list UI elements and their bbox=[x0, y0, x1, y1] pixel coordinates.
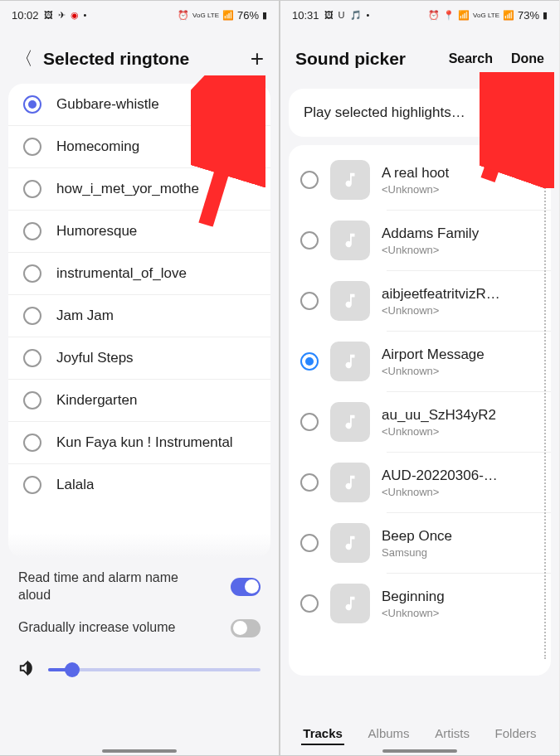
ringtone-item[interactable]: Joyful Steps bbox=[8, 337, 270, 380]
sound-artist: <Unknown> bbox=[382, 607, 539, 619]
sound-artist: <Unknown> bbox=[382, 183, 539, 196]
sound-artist: <Unknown> bbox=[382, 425, 539, 438]
play-highlights-label: Play selected highlights… bbox=[304, 104, 498, 121]
ringtone-item[interactable]: Jam Jam bbox=[8, 295, 270, 337]
read-aloud-toggle[interactable] bbox=[231, 578, 261, 596]
status-time: 10:02 bbox=[12, 9, 39, 22]
music-note-icon bbox=[330, 402, 370, 442]
battery-icon: ▮ bbox=[262, 10, 267, 21]
ringtone-item[interactable]: Homecoming bbox=[8, 126, 270, 168]
tab-albums[interactable]: Albums bbox=[367, 723, 411, 745]
sound-item[interactable]: Airport Message<Unknown> bbox=[289, 332, 551, 391]
radio-button[interactable] bbox=[300, 473, 319, 492]
signal-icon: 📶 bbox=[503, 10, 514, 21]
gradual-volume-label: Gradually increase volume bbox=[18, 619, 175, 637]
radio-button[interactable] bbox=[300, 413, 319, 431]
sound-item[interactable]: Addams Family<Unknown> bbox=[289, 211, 551, 270]
ringtone-label: Jam Jam bbox=[56, 308, 114, 324]
radio-button[interactable] bbox=[23, 349, 41, 367]
battery-icon: ▮ bbox=[543, 10, 548, 21]
scroll-indicator[interactable] bbox=[544, 162, 546, 659]
sound-title: Airport Message bbox=[382, 346, 539, 363]
radio-button[interactable] bbox=[300, 594, 319, 613]
ringtone-item[interactable]: Kun Faya kun ! Instrumental bbox=[8, 422, 270, 464]
send-icon: ✈ bbox=[58, 10, 66, 21]
tab-artists[interactable]: Artists bbox=[433, 723, 471, 745]
ringtone-label: Humoresque bbox=[56, 223, 137, 240]
sound-artist: <Unknown> bbox=[382, 365, 539, 377]
sound-artist: <Unknown> bbox=[382, 486, 539, 498]
music-note-icon bbox=[330, 523, 370, 563]
ringtone-item[interactable]: Kindergarten bbox=[8, 380, 270, 422]
sound-list: A real hoot<Unknown>Addams Family<Unknow… bbox=[289, 145, 551, 676]
image-icon: 🖼 bbox=[44, 10, 53, 20]
add-button[interactable]: + bbox=[251, 46, 264, 72]
alarm-icon: ⏰ bbox=[178, 10, 189, 21]
alarm-icon: ⏰ bbox=[428, 10, 440, 21]
volte-icon: VoG LTE bbox=[473, 12, 499, 19]
tab-folders[interactable]: Folders bbox=[494, 723, 538, 745]
radio-button[interactable] bbox=[23, 138, 41, 156]
volume-slider[interactable] bbox=[48, 668, 261, 671]
sound-artist: <Unknown> bbox=[382, 244, 539, 256]
tab-tracks[interactable]: Tracks bbox=[301, 723, 344, 745]
music-icon: 🎵 bbox=[350, 10, 362, 21]
sound-item[interactable]: Beep OnceSamsung bbox=[289, 513, 551, 573]
ringtone-list: Gubbare-whistleHomecominghow_i_met_yor_m… bbox=[8, 84, 270, 558]
battery-percent: 76% bbox=[237, 9, 259, 22]
status-bar: 10:02 🖼 ✈ ◉ • ⏰ VoG LTE 📶 76% ▮ bbox=[0, 1, 279, 29]
ringtone-item[interactable]: Lalala bbox=[8, 464, 270, 506]
radio-button[interactable] bbox=[23, 222, 41, 240]
sound-title: Beginning bbox=[382, 589, 539, 605]
sound-title: AUD-20220306-… bbox=[382, 468, 539, 484]
done-button[interactable]: Done bbox=[511, 51, 544, 66]
ringtone-label: how_i_met_yor_mothe bbox=[56, 181, 199, 197]
sound-item[interactable]: AUD-20220306-…<Unknown> bbox=[289, 453, 551, 512]
ringtone-item[interactable]: Gubbare-whistle bbox=[8, 84, 270, 126]
ringtone-item[interactable]: instrumental_of_love bbox=[8, 253, 270, 295]
radio-button[interactable] bbox=[23, 95, 41, 114]
ringtone-item[interactable]: Humoresque bbox=[8, 211, 270, 253]
radio-button[interactable] bbox=[23, 434, 41, 452]
ringtone-label: Gubbare-whistle bbox=[56, 96, 159, 113]
ringtone-label: Kun Faya kun ! Instrumental bbox=[56, 434, 233, 451]
volte-icon: VoG LTE bbox=[192, 12, 219, 19]
sound-title: A real hoot bbox=[382, 165, 539, 182]
back-icon[interactable]: 〈 bbox=[15, 46, 33, 71]
page-title: Sound picker bbox=[295, 49, 439, 69]
radio-button[interactable] bbox=[23, 307, 41, 325]
sound-item[interactable]: au_uu_SzH34yR2<Unknown> bbox=[289, 392, 551, 452]
music-note-icon bbox=[330, 584, 370, 623]
ringtone-label: Homecoming bbox=[56, 138, 139, 155]
radio-button[interactable] bbox=[23, 180, 41, 198]
sound-artist: <Unknown> bbox=[382, 304, 539, 317]
sound-item[interactable]: aibjeetfeatritvizR…<Unknown> bbox=[289, 271, 551, 331]
radio-button[interactable] bbox=[23, 476, 41, 494]
status-bar: 10:31 🖼 U 🎵 • ⏰ 📍 📶 VoG LTE 📶 73% ▮ bbox=[280, 1, 559, 29]
nav-handle[interactable] bbox=[382, 749, 457, 753]
volume-icon bbox=[18, 659, 37, 681]
ringtone-item[interactable]: how_i_met_yor_mothe bbox=[8, 168, 270, 211]
read-aloud-label: Read time and alarm name aloud bbox=[18, 569, 184, 604]
ringtone-label: Lalala bbox=[56, 477, 94, 493]
ringtone-label: Joyful Steps bbox=[56, 350, 134, 366]
radio-button[interactable] bbox=[300, 292, 319, 310]
nav-handle[interactable] bbox=[102, 749, 177, 753]
play-highlights-toggle[interactable] bbox=[506, 104, 536, 122]
music-note-icon bbox=[330, 160, 370, 200]
music-note-icon bbox=[330, 342, 370, 381]
location-icon: 📍 bbox=[443, 10, 455, 21]
music-note-icon bbox=[330, 220, 370, 260]
sound-item[interactable]: Beginning<Unknown> bbox=[289, 574, 551, 633]
radio-button[interactable] bbox=[300, 171, 319, 189]
radio-button[interactable] bbox=[300, 231, 319, 250]
radio-button[interactable] bbox=[300, 352, 319, 371]
radio-button[interactable] bbox=[23, 264, 41, 283]
sound-title: Addams Family bbox=[382, 225, 539, 242]
sound-item[interactable]: A real hoot<Unknown> bbox=[289, 150, 551, 210]
radio-button[interactable] bbox=[300, 534, 319, 552]
radio-button[interactable] bbox=[23, 391, 41, 410]
search-button[interactable]: Search bbox=[449, 51, 493, 66]
image-icon: 🖼 bbox=[324, 10, 334, 20]
gradual-volume-toggle[interactable] bbox=[231, 619, 261, 637]
